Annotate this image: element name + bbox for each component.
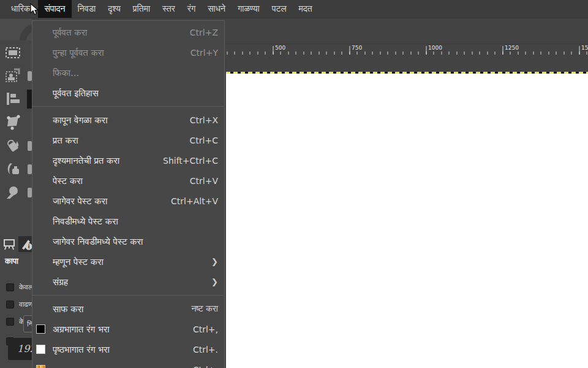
menu-item-undo-history[interactable]: पूर्ववत इतिहास (32, 83, 224, 103)
ruler-label: 1250 (505, 45, 519, 51)
pattern-swatch (36, 365, 45, 368)
fixed-label: निश्चि (27, 320, 32, 328)
menu-file[interactable]: धारिका (5, 0, 38, 18)
edit-menu-dropdown: पूर्ववत करा Ctrl+Z पुन्हा पूर्ववत करा Ct… (32, 20, 225, 368)
select-content-icon[interactable] (4, 67, 21, 85)
menu-item-paste-into-selection-in-place[interactable]: जागेवर निवडीमध्ये पेस्ट करा (32, 231, 224, 251)
menu-separator (32, 295, 224, 296)
tab-tool-options[interactable] (1, 236, 17, 252)
clone-icon[interactable] (4, 161, 21, 178)
menu-separator (32, 106, 224, 107)
menu-edit[interactable]: संपादन (38, 0, 71, 18)
menu-item-fill-with-fg[interactable]: अग्रभागात रंग भरा Ctrl+, (32, 319, 224, 339)
option-label: वाढण (19, 300, 32, 309)
option-row: वाढण (0, 299, 32, 310)
menu-item-paste-as[interactable]: म्हणून पेस्ट करा ❯ (32, 251, 224, 272)
ruler-label: 500 (275, 45, 285, 51)
option-label: केवल (19, 283, 32, 291)
menubar: धारिका संपादन निवडा दृश्य प्रतिमा स्तर र… (0, 0, 588, 18)
ruler-label: 150 (581, 45, 588, 51)
option-row: केवल (0, 282, 32, 293)
menu-item-fill-with-pattern[interactable]: Ctrl+; (32, 359, 224, 368)
background-color-swatch (36, 345, 45, 354)
menu-image[interactable]: प्रतिमा (127, 0, 156, 18)
menu-tools[interactable]: साधने (202, 0, 232, 18)
menu-layer[interactable]: स्तर (156, 0, 181, 18)
checkbox[interactable] (6, 283, 14, 291)
menu-item-redo[interactable]: पुन्हा पूर्ववत करा Ctrl+Y (32, 42, 224, 63)
menu-select[interactable]: निवडा (72, 0, 102, 18)
size-value: 192 (17, 343, 32, 355)
menu-item-paste-in-place[interactable]: जागेवर पेस्ट करा Ctrl+Alt+V (32, 191, 224, 211)
menu-item-copy[interactable]: प्रत करा Ctrl+C (32, 130, 224, 150)
pen-info-icon: i (20, 237, 32, 251)
ruler-label: 1000 (428, 45, 442, 51)
menu-item-fade[interactable]: फिका... (32, 63, 224, 83)
submenu-arrow-icon: ❯ (211, 258, 218, 266)
menu-colors[interactable]: रंग (181, 0, 202, 18)
menu-item-buffer[interactable]: संग्रह ❯ (32, 272, 224, 292)
wilber-logo (0, 18, 32, 40)
submenu-arrow-icon: ❯ (211, 278, 218, 286)
menu-help[interactable]: मदत (293, 0, 318, 18)
menu-item-copy-visible[interactable]: दृश्यमानतेची प्रत करा Shift+Ctrl+C (32, 150, 224, 171)
bucket-fill-icon[interactable] (4, 137, 21, 155)
transform-icon[interactable] (4, 113, 21, 131)
menu-view[interactable]: दृश्य (102, 0, 127, 18)
fixed-dropdown-button[interactable]: निश्चि (23, 315, 32, 332)
svg-text:i: i (28, 244, 30, 250)
tool-options-title: कापा (5, 256, 18, 266)
canvas-region: 500 750 1000 1250 150 (225, 18, 588, 368)
size-entry[interactable]: 192 (8, 338, 32, 360)
foreground-color-swatch (36, 324, 45, 334)
menu-item-clear[interactable]: साफ करा नष्ट करा (32, 299, 224, 319)
menu-item-paste-into-selection[interactable]: निवडीमध्ये पेस्ट करा (32, 211, 224, 231)
menu-item-undo[interactable]: पूर्ववत करा Ctrl+Z (32, 22, 224, 42)
tool-fragment-icon[interactable] (28, 141, 32, 151)
menu-windows[interactable]: पटल (266, 0, 293, 18)
tool-fragment-icon[interactable] (28, 71, 32, 81)
horizontal-ruler[interactable]: 500 750 1000 1250 150 (225, 44, 588, 55)
tool-fragment-icon[interactable] (28, 164, 32, 174)
checkbox[interactable] (6, 318, 14, 326)
toolbox: i कापा केवल वाढण केद्रां निश्चि 192 (0, 18, 32, 368)
rect-select-icon[interactable] (4, 44, 21, 61)
tool-fragment-icon[interactable] (28, 188, 32, 197)
tab-device-status[interactable]: i (18, 236, 32, 252)
menu-item-cut[interactable]: कापून वेगळा करा Ctrl+X (32, 110, 224, 130)
smudge-icon[interactable] (4, 184, 21, 201)
menu-filters[interactable]: गाळण्या (232, 0, 266, 18)
checkbox[interactable] (6, 301, 14, 309)
menu-item-paste[interactable]: पेस्ट करा Ctrl+V (32, 171, 224, 191)
ruler-label: 750 (352, 45, 362, 51)
menu-item-fill-with-bg[interactable]: पृष्ठभागात रंग भरा Ctrl+. (32, 339, 224, 359)
align-icon[interactable] (4, 90, 21, 107)
image-canvas[interactable] (226, 74, 588, 368)
easel-icon (2, 237, 16, 251)
active-tool-slot[interactable] (27, 90, 32, 109)
gimp-window: धारिका संपादन निवडा दृश्य प्रतिमा स्तर र… (0, 0, 588, 368)
